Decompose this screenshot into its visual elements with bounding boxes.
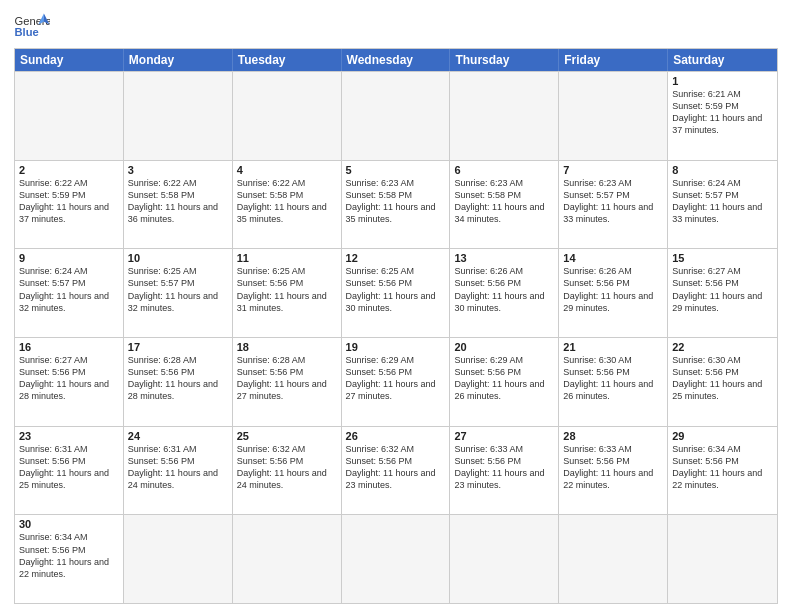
day-number: 18 xyxy=(237,341,337,353)
day-number: 29 xyxy=(672,430,773,442)
svg-text:Blue: Blue xyxy=(15,26,39,38)
calendar-cell: 1Sunrise: 6:21 AM Sunset: 5:59 PM Daylig… xyxy=(668,72,777,160)
generalblue-logo-icon: General Blue xyxy=(14,12,50,40)
day-number: 30 xyxy=(19,518,119,530)
header: General Blue xyxy=(14,12,778,40)
calendar-row-5: 30Sunrise: 6:34 AM Sunset: 5:56 PM Dayli… xyxy=(15,514,777,603)
calendar-row-0: 1Sunrise: 6:21 AM Sunset: 5:59 PM Daylig… xyxy=(15,71,777,160)
calendar-cell: 29Sunrise: 6:34 AM Sunset: 5:56 PM Dayli… xyxy=(668,427,777,515)
calendar-cell xyxy=(668,515,777,603)
day-number: 1 xyxy=(672,75,773,87)
day-info: Sunrise: 6:34 AM Sunset: 5:56 PM Dayligh… xyxy=(19,531,119,580)
calendar-cell xyxy=(233,515,342,603)
calendar-cell: 11Sunrise: 6:25 AM Sunset: 5:56 PM Dayli… xyxy=(233,249,342,337)
day-number: 23 xyxy=(19,430,119,442)
calendar-cell: 19Sunrise: 6:29 AM Sunset: 5:56 PM Dayli… xyxy=(342,338,451,426)
calendar-cell xyxy=(342,72,451,160)
day-number: 14 xyxy=(563,252,663,264)
day-number: 2 xyxy=(19,164,119,176)
day-number: 8 xyxy=(672,164,773,176)
calendar-cell xyxy=(559,515,668,603)
day-number: 4 xyxy=(237,164,337,176)
day-info: Sunrise: 6:25 AM Sunset: 5:57 PM Dayligh… xyxy=(128,265,228,314)
day-number: 26 xyxy=(346,430,446,442)
day-info: Sunrise: 6:22 AM Sunset: 5:58 PM Dayligh… xyxy=(237,177,337,226)
day-info: Sunrise: 6:24 AM Sunset: 5:57 PM Dayligh… xyxy=(672,177,773,226)
calendar-cell: 3Sunrise: 6:22 AM Sunset: 5:58 PM Daylig… xyxy=(124,161,233,249)
calendar-row-2: 9Sunrise: 6:24 AM Sunset: 5:57 PM Daylig… xyxy=(15,248,777,337)
weekday-header-tuesday: Tuesday xyxy=(233,49,342,71)
day-info: Sunrise: 6:23 AM Sunset: 5:57 PM Dayligh… xyxy=(563,177,663,226)
day-number: 15 xyxy=(672,252,773,264)
day-info: Sunrise: 6:22 AM Sunset: 5:59 PM Dayligh… xyxy=(19,177,119,226)
day-info: Sunrise: 6:32 AM Sunset: 5:56 PM Dayligh… xyxy=(237,443,337,492)
day-info: Sunrise: 6:23 AM Sunset: 5:58 PM Dayligh… xyxy=(346,177,446,226)
day-number: 17 xyxy=(128,341,228,353)
day-number: 20 xyxy=(454,341,554,353)
calendar-body: 1Sunrise: 6:21 AM Sunset: 5:59 PM Daylig… xyxy=(15,71,777,603)
calendar-cell: 23Sunrise: 6:31 AM Sunset: 5:56 PM Dayli… xyxy=(15,427,124,515)
calendar-cell: 13Sunrise: 6:26 AM Sunset: 5:56 PM Dayli… xyxy=(450,249,559,337)
day-number: 10 xyxy=(128,252,228,264)
calendar-cell: 15Sunrise: 6:27 AM Sunset: 5:56 PM Dayli… xyxy=(668,249,777,337)
calendar-cell: 26Sunrise: 6:32 AM Sunset: 5:56 PM Dayli… xyxy=(342,427,451,515)
day-number: 22 xyxy=(672,341,773,353)
day-info: Sunrise: 6:34 AM Sunset: 5:56 PM Dayligh… xyxy=(672,443,773,492)
calendar-row-4: 23Sunrise: 6:31 AM Sunset: 5:56 PM Dayli… xyxy=(15,426,777,515)
day-number: 12 xyxy=(346,252,446,264)
calendar-cell: 7Sunrise: 6:23 AM Sunset: 5:57 PM Daylig… xyxy=(559,161,668,249)
calendar-cell xyxy=(450,72,559,160)
weekday-header-thursday: Thursday xyxy=(450,49,559,71)
day-info: Sunrise: 6:23 AM Sunset: 5:58 PM Dayligh… xyxy=(454,177,554,226)
day-info: Sunrise: 6:24 AM Sunset: 5:57 PM Dayligh… xyxy=(19,265,119,314)
calendar-cell: 12Sunrise: 6:25 AM Sunset: 5:56 PM Dayli… xyxy=(342,249,451,337)
calendar-cell: 14Sunrise: 6:26 AM Sunset: 5:56 PM Dayli… xyxy=(559,249,668,337)
day-number: 25 xyxy=(237,430,337,442)
calendar-cell: 2Sunrise: 6:22 AM Sunset: 5:59 PM Daylig… xyxy=(15,161,124,249)
calendar-cell: 9Sunrise: 6:24 AM Sunset: 5:57 PM Daylig… xyxy=(15,249,124,337)
calendar: SundayMondayTuesdayWednesdayThursdayFrid… xyxy=(14,48,778,604)
day-number: 6 xyxy=(454,164,554,176)
calendar-cell xyxy=(15,72,124,160)
day-info: Sunrise: 6:29 AM Sunset: 5:56 PM Dayligh… xyxy=(346,354,446,403)
calendar-cell: 8Sunrise: 6:24 AM Sunset: 5:57 PM Daylig… xyxy=(668,161,777,249)
calendar-cell: 6Sunrise: 6:23 AM Sunset: 5:58 PM Daylig… xyxy=(450,161,559,249)
calendar-cell: 24Sunrise: 6:31 AM Sunset: 5:56 PM Dayli… xyxy=(124,427,233,515)
day-info: Sunrise: 6:30 AM Sunset: 5:56 PM Dayligh… xyxy=(563,354,663,403)
weekday-header-wednesday: Wednesday xyxy=(342,49,451,71)
day-number: 21 xyxy=(563,341,663,353)
day-number: 9 xyxy=(19,252,119,264)
day-info: Sunrise: 6:31 AM Sunset: 5:56 PM Dayligh… xyxy=(128,443,228,492)
calendar-cell: 5Sunrise: 6:23 AM Sunset: 5:58 PM Daylig… xyxy=(342,161,451,249)
day-number: 7 xyxy=(563,164,663,176)
day-info: Sunrise: 6:31 AM Sunset: 5:56 PM Dayligh… xyxy=(19,443,119,492)
day-number: 28 xyxy=(563,430,663,442)
day-info: Sunrise: 6:33 AM Sunset: 5:56 PM Dayligh… xyxy=(454,443,554,492)
day-info: Sunrise: 6:32 AM Sunset: 5:56 PM Dayligh… xyxy=(346,443,446,492)
calendar-header: SundayMondayTuesdayWednesdayThursdayFrid… xyxy=(15,49,777,71)
calendar-cell xyxy=(124,72,233,160)
calendar-cell: 30Sunrise: 6:34 AM Sunset: 5:56 PM Dayli… xyxy=(15,515,124,603)
weekday-header-saturday: Saturday xyxy=(668,49,777,71)
calendar-row-3: 16Sunrise: 6:27 AM Sunset: 5:56 PM Dayli… xyxy=(15,337,777,426)
weekday-header-friday: Friday xyxy=(559,49,668,71)
calendar-cell: 16Sunrise: 6:27 AM Sunset: 5:56 PM Dayli… xyxy=(15,338,124,426)
weekday-header-sunday: Sunday xyxy=(15,49,124,71)
day-info: Sunrise: 6:30 AM Sunset: 5:56 PM Dayligh… xyxy=(672,354,773,403)
calendar-cell xyxy=(342,515,451,603)
calendar-cell xyxy=(450,515,559,603)
page: General Blue SundayMondayTuesdayWednesda… xyxy=(0,0,792,612)
day-info: Sunrise: 6:29 AM Sunset: 5:56 PM Dayligh… xyxy=(454,354,554,403)
calendar-cell: 18Sunrise: 6:28 AM Sunset: 5:56 PM Dayli… xyxy=(233,338,342,426)
day-info: Sunrise: 6:25 AM Sunset: 5:56 PM Dayligh… xyxy=(346,265,446,314)
day-info: Sunrise: 6:25 AM Sunset: 5:56 PM Dayligh… xyxy=(237,265,337,314)
day-info: Sunrise: 6:27 AM Sunset: 5:56 PM Dayligh… xyxy=(19,354,119,403)
calendar-cell: 22Sunrise: 6:30 AM Sunset: 5:56 PM Dayli… xyxy=(668,338,777,426)
calendar-cell: 10Sunrise: 6:25 AM Sunset: 5:57 PM Dayli… xyxy=(124,249,233,337)
day-number: 3 xyxy=(128,164,228,176)
calendar-cell: 28Sunrise: 6:33 AM Sunset: 5:56 PM Dayli… xyxy=(559,427,668,515)
day-info: Sunrise: 6:27 AM Sunset: 5:56 PM Dayligh… xyxy=(672,265,773,314)
calendar-cell xyxy=(124,515,233,603)
day-info: Sunrise: 6:22 AM Sunset: 5:58 PM Dayligh… xyxy=(128,177,228,226)
weekday-header-monday: Monday xyxy=(124,49,233,71)
